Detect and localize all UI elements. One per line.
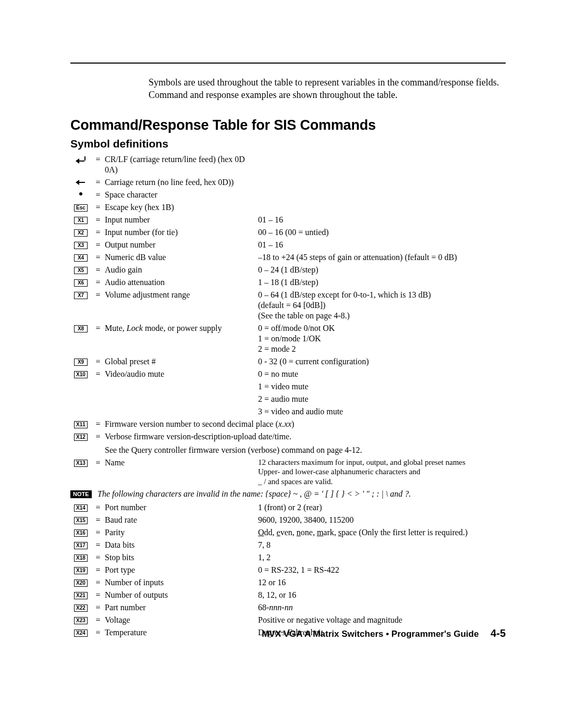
footer-page-number: 4-5	[491, 627, 506, 639]
def-x10c: 2 = audio mute	[70, 394, 506, 404]
x7-desc: Volume adjustment range	[105, 290, 256, 300]
x22-desc: Part number	[105, 602, 256, 613]
x8-desc: Mute, Lock mode, or power supply	[105, 323, 256, 334]
subsection-heading: Symbol definitions	[70, 138, 506, 150]
def-x2: X2 = Input number (for tie) 00 – 16 (00 …	[70, 227, 506, 238]
def-x10b: 1 = video mute	[70, 381, 506, 392]
def-space: = Space character	[70, 190, 506, 200]
def-x20: X20 = Number of inputs 12 or 16	[70, 577, 506, 588]
x20-desc: Number of inputs	[105, 577, 256, 588]
x6-desc: Audio attenuation	[105, 277, 256, 288]
x3-range: 01 – 16	[258, 240, 506, 250]
x12-subnote: See the Query controller firmware versio…	[105, 445, 506, 455]
x16-range: Odd, even, none, mark, space (Only the f…	[258, 527, 506, 538]
x19-range: 0 = RS-232, 1 = RS-422	[258, 565, 506, 575]
crlf-desc: CR/LF (carriage return/line feed) (hex 0…	[105, 154, 256, 175]
x19-symbol: X19	[74, 567, 88, 574]
def-x1: X1 = Input number 01 – 16	[70, 215, 506, 225]
def-x12: X12 = Verbose firmware version-descripti…	[70, 431, 506, 442]
x18-desc: Stop bits	[105, 552, 256, 563]
def-x3: X3 = Output number 01 – 16	[70, 240, 506, 250]
x11-symbol: X11	[74, 421, 88, 428]
x15-symbol: X15	[74, 517, 88, 524]
def-x13: X13 = Name 12 characters maximum for inp…	[70, 458, 506, 487]
x18-range: 1, 2	[258, 552, 506, 563]
x19-desc: Port type	[105, 565, 256, 575]
def-x17: X17 = Data bits 7, 8	[70, 540, 506, 550]
page-footer: MVX VGA A Matrix Switchers • Programmer'…	[262, 627, 506, 639]
x8-symbol: X8	[74, 325, 88, 332]
x4-range: –18 to +24 (45 steps of gain or attenuat…	[258, 252, 506, 263]
cr-desc: Carriage return (no line feed, hex 0D))	[105, 177, 256, 188]
x5-range: 0 – 24 (1 dB/step)	[258, 265, 506, 275]
x12-desc: Verbose firmware version-description-upl…	[105, 431, 506, 442]
section-heading: Command/Response Table for SIS Commands	[70, 117, 506, 133]
x10-symbol: X10	[74, 371, 88, 378]
crlf-icon	[76, 156, 85, 163]
x10-desc: Video/audio mute	[105, 369, 256, 379]
x9-desc: Global preset #	[105, 356, 256, 367]
x15-desc: Baud rate	[105, 515, 256, 525]
x6-symbol: X6	[74, 279, 88, 287]
def-x11: X11 = Firmware version number to second …	[70, 419, 506, 429]
x9-range: 0 - 32 (0 = current configuration)	[258, 356, 506, 367]
x24-symbol: X24	[74, 630, 88, 637]
x22-range: 68-nnn-nn	[258, 602, 506, 613]
x13-range: 12 characters maximum for input, output,…	[258, 458, 506, 487]
x24-desc: Temperature	[105, 627, 256, 638]
def-x18: X18 = Stop bits 1, 2	[70, 552, 506, 563]
x3-symbol: X3	[74, 242, 88, 249]
note-badge: NOTE	[70, 490, 92, 498]
x20-symbol: X20	[74, 579, 88, 587]
x23-desc: Voltage	[105, 615, 256, 625]
x13-desc: Name	[105, 458, 256, 468]
def-x7: X7 = Volume adjustment range 0 – 64 (1 d…	[70, 290, 506, 321]
x1-symbol: X1	[74, 217, 88, 224]
symbol-definitions: = CR/LF (carriage return/line feed) (hex…	[70, 154, 506, 638]
def-x4: X4 = Numeric dB value –18 to +24 (45 ste…	[70, 252, 506, 263]
x12-symbol: X12	[74, 434, 88, 441]
x17-symbol: X17	[74, 542, 88, 549]
footer-title: MVX VGA A Matrix Switchers • Programmer'…	[262, 629, 479, 639]
x2-symbol: X2	[74, 229, 88, 237]
x6-range: 1 – 18 (1 dB/step)	[258, 277, 506, 288]
page: Symbols are used throughout the table to…	[0, 0, 563, 728]
x2-range: 00 – 16 (00 = untied)	[258, 227, 506, 238]
space-desc: Space character	[105, 190, 256, 200]
def-x23: X23 = Voltage Positive or negative volta…	[70, 615, 506, 625]
def-x10: X10 = Video/audio mute 0 = no mute	[70, 369, 506, 379]
x23-range: Positive or negative voltage and magnitu…	[258, 615, 506, 625]
def-x6: X6 = Audio attenuation 1 – 18 (1 dB/step…	[70, 277, 506, 288]
x15-range: 9600, 19200, 38400, 115200	[258, 515, 506, 525]
x10-range: 0 = no mute	[258, 369, 506, 379]
x9-symbol: X9	[74, 359, 88, 366]
x16-desc: Parity	[105, 527, 256, 538]
x5-desc: Audio gain	[105, 265, 256, 275]
x17-range: 7, 8	[258, 540, 506, 550]
def-x8: X8 = Mute, Lock mode, or power supply 0 …	[70, 323, 506, 354]
x14-range: 1 (front) or 2 (rear)	[258, 502, 506, 513]
x14-symbol: X14	[74, 504, 88, 512]
def-x5: X5 = Audio gain 0 – 24 (1 dB/step)	[70, 265, 506, 275]
equals: =	[93, 154, 103, 165]
def-crlf: = CR/LF (carriage return/line feed) (hex…	[70, 154, 506, 175]
def-x14: X14 = Port number 1 (front) or 2 (rear)	[70, 502, 506, 513]
x3-desc: Output number	[105, 240, 256, 250]
x20-range: 12 or 16	[258, 577, 506, 588]
bullet-icon	[79, 192, 82, 195]
top-rule	[70, 63, 506, 64]
esc-key-icon: Esc	[74, 204, 88, 212]
note-text: The following characters are invalid in …	[97, 489, 506, 499]
x21-symbol: X21	[74, 592, 88, 599]
x22-symbol: X22	[74, 604, 88, 612]
x16-symbol: X16	[74, 529, 88, 537]
def-x22: X22 = Part number 68-nnn-nn	[70, 602, 506, 613]
intro-paragraph: Symbols are used throughout the table to…	[149, 76, 506, 102]
x4-desc: Numeric dB value	[105, 252, 256, 263]
x4-symbol: X4	[74, 254, 88, 262]
x5-symbol: X5	[74, 267, 88, 274]
def-x16: X16 = Parity Odd, even, none, mark, spac…	[70, 527, 506, 538]
x18-symbol: X18	[74, 554, 88, 562]
def-x10d: 3 = video and audio mute	[70, 406, 506, 417]
x11-desc: Firmware version number to second decima…	[105, 419, 506, 429]
